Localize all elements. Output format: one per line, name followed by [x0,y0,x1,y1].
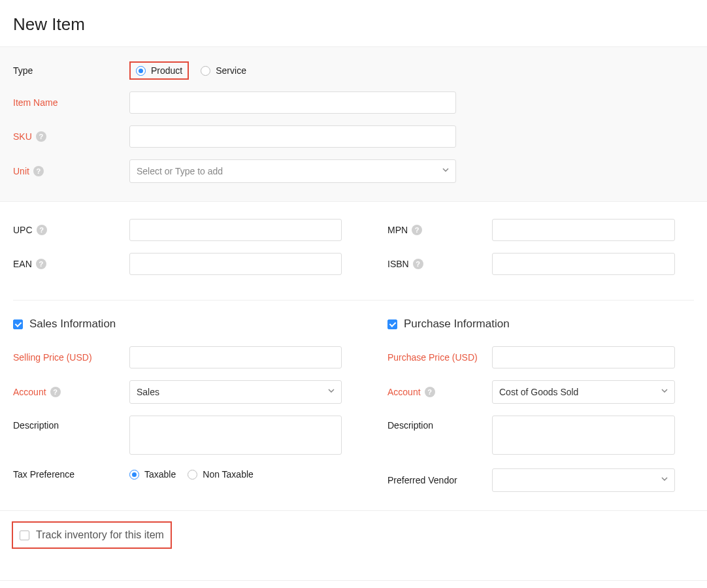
page-header: New Item [0,0,707,47]
type-product-radio[interactable]: Product [136,65,182,76]
help-icon[interactable]: ? [413,259,423,269]
upc-row: UPC ? [13,219,342,241]
preferred-vendor-row: Preferred Vendor [387,468,694,492]
purchase-account-select[interactable]: Cost of Goods Sold [492,380,675,404]
help-icon[interactable]: ? [50,387,61,397]
sku-row: SKU ? [13,125,694,148]
chevron-down-icon [661,477,668,483]
sales-description-textarea[interactable] [129,416,342,455]
purchase-description-textarea[interactable] [492,416,675,455]
sales-description-row: Description [13,416,342,457]
sales-account-row: Account ? Sales [13,380,342,404]
unit-row: Unit ? Select or Type to add [13,159,694,183]
upc-label-text: UPC [13,224,33,236]
sales-description-label: Description [13,416,129,431]
purchase-account-row: Account ? Cost of Goods Sold [387,380,694,404]
sales-account-label-text: Account [13,386,46,398]
footer-actions: Save Cancel [0,580,707,588]
preferred-vendor-select[interactable] [492,468,675,492]
help-icon[interactable]: ? [33,166,44,176]
unit-placeholder: Select or Type to add [137,166,223,176]
purchase-account-label: Account ? [387,386,492,398]
taxable-radio[interactable]: Taxable [129,469,176,480]
taxable-label: Taxable [144,469,176,480]
mpn-input[interactable] [492,219,675,241]
sales-checkbox[interactable] [13,319,23,329]
purchase-heading: Purchase Information [404,318,510,331]
help-icon[interactable]: ? [425,387,435,397]
purchase-description-label: Description [387,416,492,431]
sales-account-select[interactable]: Sales [129,380,342,404]
purchase-price-input[interactable] [492,346,675,368]
tax-preference-row: Tax Preference Taxable Non Taxable [13,468,342,480]
ean-label: EAN ? [13,258,129,270]
sku-input[interactable] [129,125,456,148]
help-icon[interactable]: ? [36,131,46,142]
ean-row: EAN ? [13,253,342,275]
purchase-account-label-text: Account [387,386,421,398]
radio-icon [136,66,146,76]
help-icon[interactable]: ? [412,225,422,235]
unit-select[interactable]: Select or Type to add [129,159,456,183]
purchase-description-row: Description [387,416,694,457]
purchase-column: Purchase Information Purchase Price (USD… [387,318,694,504]
ean-input[interactable] [129,253,342,275]
chevron-down-icon [442,168,449,174]
mpn-label: MPN ? [387,224,492,236]
upc-input[interactable] [129,219,342,241]
chevron-down-icon [661,389,668,395]
sku-label-text: SKU [13,131,32,142]
purchase-checkbox[interactable] [387,319,397,329]
type-label: Type [13,65,129,76]
page-title: New Item [13,14,694,35]
item-name-row: Item Name [13,91,694,114]
type-row: Type Product Service [13,61,694,80]
type-radio-group: Product Service [129,61,246,80]
radio-icon [129,470,139,480]
tax-preference-label: Tax Preference [13,468,129,480]
type-service-radio[interactable]: Service [201,65,246,76]
sales-heading-row: Sales Information [13,318,342,331]
sku-label: SKU ? [13,131,129,142]
item-name-label: Item Name [13,97,129,108]
track-inventory-section: Track inventory for this item [0,510,707,562]
isbn-input[interactable] [492,253,675,275]
unit-label-text: Unit [13,165,29,177]
purchase-price-row: Purchase Price (USD) [387,346,694,368]
sales-heading: Sales Information [29,318,116,331]
tax-radio-group: Taxable Non Taxable [129,469,254,480]
non-taxable-radio[interactable]: Non Taxable [188,469,254,480]
track-inventory-label: Track inventory for this item [36,529,164,541]
purchase-price-label: Purchase Price (USD) [387,351,492,363]
type-service-label: Service [216,65,246,76]
chevron-down-icon [328,389,335,395]
selling-price-input[interactable] [129,346,342,368]
ean-label-text: EAN [13,258,32,270]
product-highlight: Product [129,61,189,80]
isbn-label: ISBN ? [387,258,492,270]
sales-purchase-section: Sales Information Selling Price (USD) Ac… [13,318,694,504]
radio-icon [201,66,210,76]
basic-info-section: Type Product Service Item Name SKU ? [0,47,707,202]
non-taxable-label: Non Taxable [203,469,254,480]
codes-section: UPC ? EAN ? MPN ? [0,202,707,510]
radio-icon [188,470,197,480]
type-product-label: Product [151,65,182,76]
sales-account-label: Account ? [13,386,129,398]
isbn-label-text: ISBN [387,258,409,270]
preferred-vendor-label: Preferred Vendor [387,474,492,486]
item-name-input[interactable] [129,91,456,114]
divider [13,300,694,301]
sales-column: Sales Information Selling Price (USD) Ac… [13,318,387,504]
mpn-label-text: MPN [387,224,408,236]
help-icon[interactable]: ? [37,225,47,235]
help-icon[interactable]: ? [36,259,46,269]
unit-label: Unit ? [13,165,129,177]
sales-account-value: Sales [137,387,159,397]
purchase-account-value: Cost of Goods Sold [499,387,578,397]
track-inventory-highlight: Track inventory for this item [12,521,172,549]
mpn-row: MPN ? [387,219,694,241]
track-inventory-checkbox[interactable] [20,531,29,540]
isbn-row: ISBN ? [387,253,694,275]
purchase-heading-row: Purchase Information [387,318,694,331]
